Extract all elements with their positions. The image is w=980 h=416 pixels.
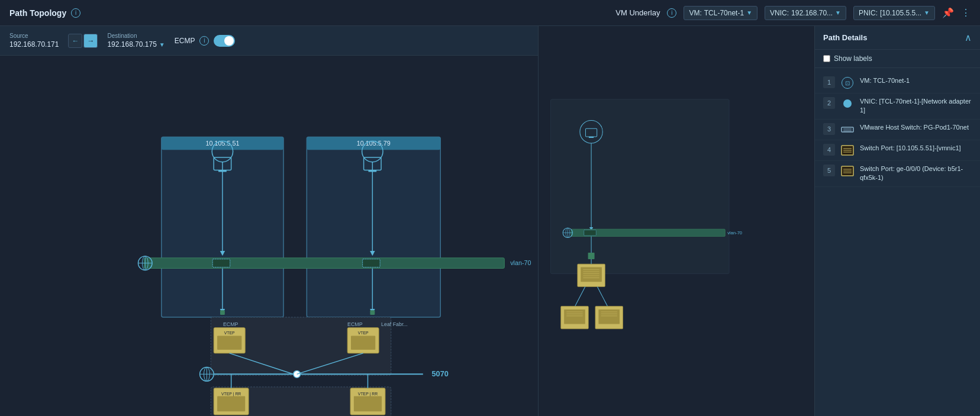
svg-rect-15 xyxy=(212,259,230,267)
svg-rect-31 xyxy=(217,336,241,350)
path-item-num-3: 3 xyxy=(823,123,835,135)
svg-text:Leaf Fabr...: Leaf Fabr... xyxy=(381,321,408,327)
switchport2-icon xyxy=(841,165,854,178)
vswitch-icon xyxy=(841,123,854,136)
vm-chevron-icon: ▼ xyxy=(746,9,752,16)
path-details-title: Path Details xyxy=(823,33,867,42)
path-item-num-5: 5 xyxy=(823,165,835,176)
svg-text:VTEP: VTEP xyxy=(358,331,369,335)
dest-group: 192.168.70.175 ▼ xyxy=(107,40,165,49)
svg-rect-16 xyxy=(363,259,380,267)
svg-rect-83 xyxy=(598,309,620,324)
topology-canvas[interactable]: 10.105.5.51 10.105.5.79 xyxy=(0,56,538,416)
right-header: VM Underlay i VM: TCL-70net-1 ▼ VNIC: 19… xyxy=(615,6,971,20)
collapse-path-details-btn[interactable]: ∧ xyxy=(965,32,972,43)
svg-text:VTEP: VTEP xyxy=(224,331,235,335)
svg-rect-3 xyxy=(307,137,440,318)
vnic-label: VNIC: xyxy=(770,9,789,17)
vnic-value: 192.168.70... xyxy=(791,9,833,17)
arrow-right-btn[interactable]: → xyxy=(83,34,98,48)
svg-rect-14 xyxy=(144,258,504,269)
svg-rect-48 xyxy=(217,396,245,412)
path-item-text-2: VNIC: [TCL-70net-1]-[Network adapter 1] xyxy=(860,97,972,115)
svg-text:VTEP | RR: VTEP | RR xyxy=(358,392,378,396)
left-panel-title: Path Topology xyxy=(9,8,66,18)
dest-value: 192.168.70.175 xyxy=(107,40,156,49)
vnic-dropdown[interactable]: VNIC: 192.168.70... ▼ xyxy=(765,6,846,20)
ecmp-label: ECMP xyxy=(175,37,195,45)
dest-chevron-icon[interactable]: ▼ xyxy=(159,41,165,48)
pnic-label: PNIC: xyxy=(859,9,878,17)
dest-field: Destination 192.168.70.175 ▼ xyxy=(107,33,165,49)
path-item-5: 5 Switch Port: ge-0/0/0 (Device: b5r1-qf… xyxy=(815,161,980,187)
svg-rect-35 xyxy=(220,310,225,315)
path-item-text-1: VM: TCL-70net-1 xyxy=(860,76,972,85)
path-details-sidebar: Path Details ∧ Show labels 1 ⊡ VM: TCL-7… xyxy=(814,26,980,416)
topology-toolbar: Source 192.168.70.171 ← → Destination 19… xyxy=(0,26,538,56)
path-item-2: 2 VNIC: [TCL-70net-1]-[Network adapter 1… xyxy=(815,93,980,120)
ecmp-toggle[interactable] xyxy=(214,35,235,47)
ecmp-group: ECMP i xyxy=(175,35,236,47)
path-item-num-4: 4 xyxy=(823,144,835,156)
left-header: Path Topology i xyxy=(9,8,615,18)
svg-rect-54 xyxy=(551,99,730,274)
source-value: 192.168.70.171 xyxy=(9,40,59,49)
pnic-value: [10.105.5.5... xyxy=(880,9,921,17)
svg-text:VTEP | RR: VTEP | RR xyxy=(221,392,241,396)
ecmp-info-icon[interactable]: i xyxy=(199,36,209,46)
vm-underlay-title: VM Underlay xyxy=(615,8,660,17)
svg-text:vlan-70: vlan-70 xyxy=(510,259,531,266)
vm-icon: ⊡ xyxy=(841,76,854,89)
path-topology-info-icon[interactable]: i xyxy=(71,8,80,18)
source-field: Source 192.168.70.171 xyxy=(9,33,59,49)
path-item-3: 3 VMware Host Switch: PG-Pod1-70net xyxy=(815,120,980,140)
arrow-left-btn[interactable]: ← xyxy=(68,34,82,48)
path-item-num-1: 1 xyxy=(823,76,835,88)
show-labels-checkbox[interactable] xyxy=(823,55,830,62)
path-details-header: Path Details ∧ xyxy=(815,26,980,50)
vnic-icon xyxy=(841,97,854,110)
show-labels-text: Show labels xyxy=(834,54,872,63)
vm-dropdown[interactable]: VM: TCL-70net-1 ▼ xyxy=(684,6,757,20)
source-label: Source xyxy=(9,33,59,39)
pin-icon[interactable]: 📌 xyxy=(942,7,954,18)
svg-rect-57 xyxy=(589,137,594,138)
top-header: Path Topology i VM Underlay i VM: TCL-70… xyxy=(0,0,980,26)
path-item-num-2: 2 xyxy=(823,97,835,109)
svg-rect-78 xyxy=(564,309,585,324)
vm-label: VM: xyxy=(689,9,701,17)
switchport-icon xyxy=(841,144,854,157)
pnic-chevron-icon: ▼ xyxy=(924,9,930,16)
more-options-icon[interactable]: ⋮ xyxy=(961,7,971,18)
path-item-4: 4 Switch Port: [10.105.5.51]-[vmnic1] xyxy=(815,140,980,161)
vm-underlay-info-icon[interactable]: i xyxy=(667,8,676,18)
svg-text:ECMP: ECMP xyxy=(223,321,238,327)
svg-text:vlan-70: vlan-70 xyxy=(727,230,742,236)
path-item-text-3: VMware Host Switch: PG-Pod1-70net xyxy=(860,123,972,132)
svg-rect-69 xyxy=(581,267,602,282)
svg-line-76 xyxy=(597,287,607,307)
dest-label: Destination xyxy=(107,33,165,39)
svg-rect-67 xyxy=(588,253,595,259)
vm-underlay-canvas[interactable]: vlan-70 xyxy=(539,26,980,416)
path-item-1: 1 ⊡ VM: TCL-70net-1 xyxy=(815,73,980,93)
svg-rect-36 xyxy=(370,310,375,315)
svg-rect-60 xyxy=(584,230,597,236)
vnic-chevron-icon: ▼ xyxy=(835,9,841,16)
vm-value: TCL-70net-1 xyxy=(704,9,744,17)
right-panel: vlan-70 xyxy=(539,26,980,416)
show-labels-row: Show labels xyxy=(815,50,980,68)
path-item-text-4: Switch Port: [10.105.5.51]-[vmnic1] xyxy=(860,144,972,153)
path-items-list: 1 ⊡ VM: TCL-70net-1 2 VNIC: [TCL-70net-1… xyxy=(815,68,980,192)
svg-text:5070: 5070 xyxy=(432,369,449,378)
main-content: Source 192.168.70.171 ← → Destination 19… xyxy=(0,26,980,416)
pnic-dropdown[interactable]: PNIC: [10.105.5.5... ▼ xyxy=(853,6,935,20)
svg-rect-34 xyxy=(351,336,375,350)
direction-arrows: ← → xyxy=(68,34,98,48)
svg-rect-51 xyxy=(354,396,382,412)
svg-text:ECMP: ECMP xyxy=(347,321,363,327)
svg-line-75 xyxy=(575,287,585,307)
svg-rect-88 xyxy=(842,127,853,132)
left-panel: Source 192.168.70.171 ← → Destination 19… xyxy=(0,26,539,416)
path-item-text-5: Switch Port: ge-0/0/0 (Device: b5r1-qfx5… xyxy=(860,165,972,183)
